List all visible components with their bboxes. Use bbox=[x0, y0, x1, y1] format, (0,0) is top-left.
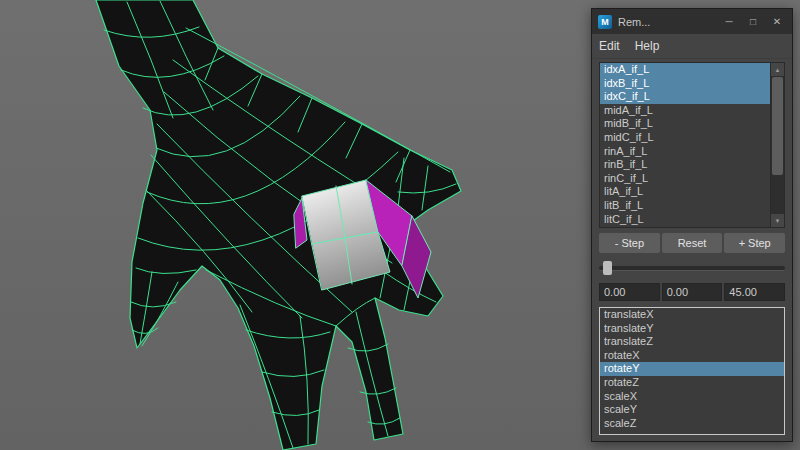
menu-bar: Edit Help bbox=[592, 34, 792, 59]
hand-mesh[interactable] bbox=[96, 0, 461, 450]
list-item[interactable]: litC_if_L bbox=[600, 213, 770, 227]
min-value-field[interactable] bbox=[599, 283, 660, 301]
list-item[interactable]: rotateY bbox=[600, 362, 784, 376]
list-item[interactable]: idxB_if_L bbox=[600, 77, 770, 91]
list-item[interactable]: midB_if_L bbox=[600, 117, 770, 131]
list-item[interactable]: rinA_if_L bbox=[600, 145, 770, 159]
list-item[interactable]: idxA_if_L bbox=[600, 63, 770, 77]
list-item[interactable]: rinC_if_L bbox=[600, 172, 770, 186]
max-value-field[interactable] bbox=[724, 283, 785, 301]
list-item[interactable]: scaleZ bbox=[600, 417, 784, 431]
scroll-down-icon[interactable]: ▼ bbox=[771, 214, 784, 227]
value-slider[interactable] bbox=[599, 261, 785, 275]
list-item[interactable]: idxC_if_L bbox=[600, 90, 770, 104]
attribute-list: idxA_if_L idxB_if_L idxC_if_L midA_if_L … bbox=[599, 62, 785, 228]
step-minus-button[interactable]: - Step bbox=[599, 233, 660, 253]
attribute-rows: idxA_if_L idxB_if_L idxC_if_L midA_if_L … bbox=[600, 63, 770, 226]
list-item[interactable]: midA_if_L bbox=[600, 104, 770, 118]
list-item[interactable]: scaleY bbox=[600, 403, 784, 417]
remap-tool-window: M Rem... ─ □ ✕ Edit Help idxA_if_L idxB_… bbox=[591, 8, 793, 442]
window-titlebar[interactable]: M Rem... ─ □ ✕ bbox=[592, 9, 792, 34]
minimize-icon[interactable]: ─ bbox=[717, 12, 741, 32]
scrollbar-thumb[interactable] bbox=[772, 77, 783, 175]
slider-handle[interactable] bbox=[603, 261, 612, 275]
window-content: idxA_if_L idxB_if_L idxC_if_L midA_if_L … bbox=[592, 59, 792, 441]
list-item[interactable]: translateZ bbox=[600, 335, 784, 349]
step-plus-button[interactable]: + Step bbox=[724, 233, 785, 253]
list-item[interactable]: litB_if_L bbox=[600, 199, 770, 213]
menu-edit[interactable]: Edit bbox=[599, 39, 620, 53]
reset-button[interactable]: Reset bbox=[662, 233, 723, 253]
list-item[interactable]: translateY bbox=[600, 322, 784, 336]
maya-app-icon: M bbox=[598, 15, 612, 29]
numeric-field-row bbox=[599, 283, 785, 301]
list-item[interactable]: rotateZ bbox=[600, 376, 784, 390]
channel-list: translateX translateY translateZ rotateX… bbox=[599, 307, 785, 435]
list-item[interactable]: litA_if_L bbox=[600, 185, 770, 199]
list-item[interactable]: translateX bbox=[600, 308, 784, 322]
scroll-up-icon[interactable]: ▲ bbox=[771, 63, 784, 76]
maximize-icon[interactable]: □ bbox=[741, 12, 765, 32]
list-item[interactable]: midC_if_L bbox=[600, 131, 770, 145]
current-value-field[interactable] bbox=[662, 283, 723, 301]
slider-track[interactable] bbox=[599, 266, 785, 271]
list-item[interactable]: scaleX bbox=[600, 390, 784, 404]
window-title: Rem... bbox=[618, 16, 717, 28]
list-item[interactable]: rinB_if_L bbox=[600, 158, 770, 172]
scrollbar[interactable]: ▲ ▼ bbox=[770, 63, 784, 227]
step-button-row: - Step Reset + Step bbox=[599, 233, 785, 253]
close-icon[interactable]: ✕ bbox=[765, 12, 789, 32]
menu-help[interactable]: Help bbox=[635, 39, 660, 53]
list-item[interactable]: rotateX bbox=[600, 349, 784, 363]
